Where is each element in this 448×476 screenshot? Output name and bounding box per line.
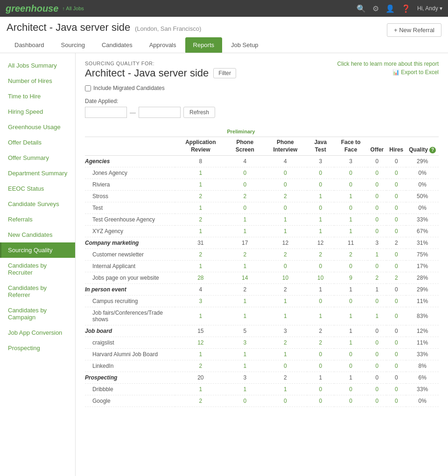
col-5-value[interactable]: 1 [334,307,368,325]
col-7-value[interactable]: 0 [386,261,406,272]
tab-candidates[interactable]: Candidates [94,37,140,53]
col-3-value[interactable]: 0 [264,261,307,272]
col-4-value[interactable]: 10 [307,272,334,284]
col-2-value[interactable]: 2 [226,191,264,202]
col-2-value[interactable]: 1 [226,296,264,307]
sidebar-item-all-jobs-summary[interactable]: All Jobs Summary [0,58,75,73]
sidebar-item-candidates-by-recruiter[interactable]: Candidates by Recruiter [0,258,75,280]
col-2-value[interactable]: 0 [226,202,264,214]
col-8-value[interactable]: 33% [406,214,439,226]
sidebar-item-time-to-hire[interactable]: Time to Hire [0,89,75,104]
sidebar-item-candidates-by-referrer[interactable]: Candidates by Referrer [0,280,75,303]
gear-icon[interactable]: ⚙ [372,4,379,13]
sidebar-item-hiring-speed[interactable]: Hiring Speed [0,104,75,119]
col-7-value[interactable]: 0 [386,360,406,372]
col-8-value[interactable]: 0% [406,395,439,407]
col-6-value[interactable]: 0 [368,395,387,407]
col-3-value[interactable]: 10 [264,272,307,284]
col-3-value[interactable]: 2 [264,337,307,349]
date-to-input[interactable] [139,107,181,118]
sidebar-item-candidates-by-campaign[interactable]: Candidates by Campaign [0,303,75,325]
col-2-value[interactable]: 1 [226,261,264,272]
sidebar-item-referrals[interactable]: Referrals [0,212,75,227]
col-2-value[interactable]: 3 [226,337,264,349]
col-7-value[interactable]: 0 [386,296,406,307]
col-6-value[interactable]: 0 [368,179,387,191]
col-7-value[interactable]: 0 [386,384,406,395]
col-7-value[interactable]: 0 [386,179,406,191]
col-7-value[interactable]: 0 [386,349,406,360]
col-8-value[interactable]: 0% [406,167,439,179]
col-8-value[interactable]: 28% [406,272,439,284]
col-6-value[interactable]: 0 [368,214,387,226]
col-1-value[interactable]: 1 [175,226,226,237]
tab-dashboard[interactable]: Dashboard [7,37,52,53]
col-3-value[interactable]: 2 [264,249,307,261]
col-3-value[interactable]: 1 [264,349,307,360]
col-5-value[interactable]: 1 [334,337,368,349]
col-1-value[interactable]: 1 [175,349,226,360]
col-1-value[interactable]: 3 [175,296,226,307]
col-4-value[interactable]: 1 [307,307,334,325]
col-4-value[interactable]: 0 [307,202,334,214]
col-4-value[interactable]: 1 [307,214,334,226]
sidebar-item-offer-summary[interactable]: Offer Summary [0,150,75,166]
col-4-value[interactable]: 0 [307,179,334,191]
col-4-value[interactable]: 0 [307,395,334,407]
learn-more-link[interactable]: Click here to learn more about this repo… [337,61,439,67]
sidebar-item-department-summary[interactable]: Department Summary [0,166,75,181]
col-5-value[interactable]: 1 [334,191,368,202]
col-8-value[interactable]: 11% [406,296,439,307]
col-7-value[interactable]: 0 [386,191,406,202]
col-7-value[interactable]: 2 [386,272,406,284]
col-8-value[interactable]: 17% [406,261,439,272]
quality-help-icon[interactable]: ? [429,147,436,153]
col-3-value[interactable]: 1 [264,214,307,226]
col-4-value[interactable]: 0 [307,360,334,372]
col-1-value[interactable]: 1 [175,261,226,272]
col-2-value[interactable]: 1 [226,349,264,360]
col-8-value[interactable]: 50% [406,191,439,202]
col-3-value[interactable]: 0 [264,167,307,179]
sidebar-item-offer-details[interactable]: Offer Details [0,135,75,150]
col-4-value[interactable]: 0 [307,349,334,360]
help-icon[interactable]: ❓ [401,4,411,13]
search-icon[interactable]: 🔍 [357,4,366,13]
col-4-value[interactable]: 1 [307,191,334,202]
col-4-value[interactable]: 0 [307,261,334,272]
col-8-value[interactable]: 33% [406,349,439,360]
col-6-value[interactable]: 0 [368,384,387,395]
col-5-value[interactable]: 0 [334,360,368,372]
col-2-value[interactable]: 1 [226,226,264,237]
sidebar-item-job-app-conversion[interactable]: Job App Conversion [0,325,75,340]
col-1-value[interactable]: 2 [175,191,226,202]
col-8-value[interactable]: 75% [406,249,439,261]
col-1-value[interactable]: 2 [175,395,226,407]
col-3-value[interactable]: 0 [264,395,307,407]
col-2-value[interactable]: 1 [226,307,264,325]
col-1-value[interactable]: 2 [175,360,226,372]
col-7-value[interactable]: 0 [386,214,406,226]
col-8-value[interactable]: 0% [406,179,439,191]
col-6-value[interactable]: 0 [368,360,387,372]
col-5-value[interactable]: 9 [334,272,368,284]
col-3-value[interactable]: 0 [264,202,307,214]
col-3-value[interactable]: 0 [264,360,307,372]
col-1-value[interactable]: 2 [175,249,226,261]
sidebar-item-sourcing-quality[interactable]: Sourcing Quality [0,242,75,258]
col-5-value[interactable]: 1 [334,214,368,226]
col-6-value[interactable]: 1 [368,249,387,261]
col-1-value[interactable]: 28 [175,272,226,284]
col-6-value[interactable]: 2 [368,272,387,284]
tab-job-setup[interactable]: Job Setup [223,37,266,53]
export-excel-link[interactable]: 📊 Export to Excel [337,69,439,76]
sidebar-item-greenhouse-usage[interactable]: Greenhouse Usage [0,119,75,135]
col-7-value[interactable]: 0 [386,249,406,261]
col-4-value[interactable]: 0 [307,167,334,179]
tab-approvals[interactable]: Approvals [141,37,184,53]
col-8-value[interactable]: 11% [406,337,439,349]
col-2-value[interactable]: 1 [226,214,264,226]
col-3-value[interactable]: 1 [264,307,307,325]
col-1-value[interactable]: 1 [175,167,226,179]
col-6-value[interactable]: 0 [368,167,387,179]
